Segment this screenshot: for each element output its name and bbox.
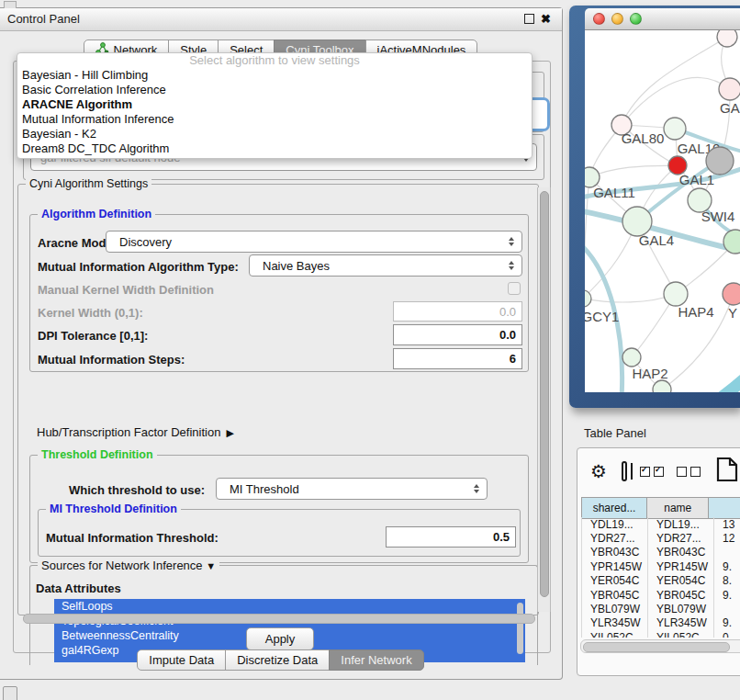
table-cell: YBR045C bbox=[648, 588, 714, 602]
zoom-traffic-light-icon[interactable] bbox=[630, 13, 642, 25]
minimize-traffic-light-icon[interactable] bbox=[611, 13, 623, 25]
dpi-tolerance-field[interactable]: 0.0 bbox=[393, 324, 522, 345]
network-node[interactable] bbox=[653, 380, 671, 392]
table-row[interactable]: YIL052CYIL052C0. bbox=[582, 630, 740, 638]
collapsed-panel-button[interactable] bbox=[3, 686, 17, 700]
node-label: GAL11 bbox=[593, 185, 635, 200]
node-table-header: shared...name bbox=[581, 497, 740, 519]
apply-button[interactable]: Apply bbox=[246, 627, 314, 650]
dropdown-item[interactable]: Dream8 DC_TDC Algorithm bbox=[17, 141, 532, 156]
table-cell bbox=[714, 602, 740, 615]
control-panel-titlebar: Control Panel ✖ bbox=[0, 8, 562, 31]
node-label: GCY1 bbox=[585, 309, 619, 324]
table-cell: YBR043C bbox=[648, 546, 714, 559]
mi-threshold-field[interactable]: 0.5 bbox=[386, 526, 516, 548]
table-cell: YBR043C bbox=[582, 546, 648, 559]
data-attributes-label: Data Attributes bbox=[36, 581, 121, 595]
table-horizontal-scrollbar[interactable] bbox=[580, 639, 740, 653]
network-node-gcy1[interactable] bbox=[585, 290, 591, 307]
network-canvas[interactable]: GALGAL80GAL10GAL1GAL11SWI4GAL4GCY1HAP4YH… bbox=[585, 30, 740, 392]
table-cell: YIL052C bbox=[648, 630, 714, 638]
table-row[interactable]: YBR043CYBR043C bbox=[582, 546, 740, 559]
node-label: HAP4 bbox=[678, 304, 713, 320]
table-cell: 9. bbox=[714, 588, 740, 602]
cyni-settings-groupbox: Cyni Algorithm Settings Algorithm Defini… bbox=[17, 184, 539, 615]
table-row[interactable]: YLR345WYLR345W9. bbox=[582, 616, 740, 630]
network-edge bbox=[622, 37, 727, 125]
table-toolbar: ⚙ bbox=[577, 454, 740, 489]
manual-kernel-checkbox[interactable] bbox=[508, 282, 521, 295]
dropdown-item[interactable]: Mutual Information Inference bbox=[17, 112, 532, 127]
hub-definition-expander[interactable]: Hub/Transcription Factor Definition▶ bbox=[37, 425, 234, 439]
table-row[interactable]: YDR27...YDR27...12 bbox=[582, 531, 740, 545]
combo-arrows-icon bbox=[501, 237, 521, 246]
table-row[interactable]: YPR145WYPR145W9. bbox=[582, 559, 740, 573]
kernel-width-label: Kernel Width (0,1): bbox=[38, 306, 143, 320]
deselect-all-checks-icon[interactable] bbox=[677, 467, 701, 477]
columns-icon[interactable] bbox=[622, 461, 627, 481]
table-cell: 0. bbox=[714, 630, 740, 638]
combo-arrows-icon bbox=[466, 484, 487, 493]
table-cell: YER054C bbox=[648, 574, 714, 588]
network-node-gal1[interactable] bbox=[706, 147, 734, 175]
table-cell: YDL19... bbox=[582, 517, 648, 531]
list-scrollbar-thumb[interactable] bbox=[517, 603, 523, 654]
expand-down-icon[interactable]: ▼ bbox=[206, 560, 216, 571]
mi-steps-field[interactable]: 6 bbox=[393, 348, 522, 369]
table-row[interactable]: YBL079WYBL079W bbox=[582, 602, 740, 615]
tab-label: Discretize Data bbox=[237, 653, 318, 667]
tab-impute-data[interactable]: Impute Data bbox=[137, 649, 226, 671]
dropdown-item[interactable]: Bayesian - Hill Climbing bbox=[17, 68, 532, 83]
bottom-tab-bar: Impute DataDiscretize DataInfer Network bbox=[0, 649, 562, 671]
network-node-gal10[interactable] bbox=[664, 118, 686, 140]
mi-type-label: Mutual Information Algorithm Type: bbox=[38, 260, 239, 274]
table-row[interactable]: YER054CYER054C8. bbox=[582, 574, 740, 588]
dropdown-item[interactable]: Bayesian - K2 bbox=[17, 127, 532, 141]
table-cell: 9. bbox=[714, 616, 740, 630]
mi-steps-label: Mutual Information Steps: bbox=[38, 353, 185, 367]
tab-label: Infer Network bbox=[341, 653, 411, 667]
table-row[interactable]: YBR045CYBR045C9. bbox=[582, 588, 740, 602]
scrollbar-thumb[interactable] bbox=[583, 642, 730, 652]
select-all-checks-icon[interactable] bbox=[640, 467, 664, 477]
column-header[interactable] bbox=[709, 498, 740, 519]
table-cell: YLR345W bbox=[648, 616, 714, 630]
tab-infer-network[interactable]: Infer Network bbox=[329, 649, 423, 671]
node-label: SWI4 bbox=[701, 209, 735, 224]
column-header[interactable]: name bbox=[647, 498, 709, 519]
data-attribute-item[interactable]: SelfLoops bbox=[54, 599, 525, 614]
algorithm-definition-groupbox: Algorithm Definition Aracne Mode: Discov… bbox=[29, 214, 529, 372]
table-cell: YDR27... bbox=[648, 531, 714, 545]
dropdown-item[interactable]: Basic Correlation Inference bbox=[17, 83, 532, 97]
close-traffic-light-icon[interactable] bbox=[593, 13, 605, 25]
table-row[interactable]: YDL19...YDL19...13 bbox=[582, 517, 740, 531]
mi-type-combo[interactable]: Naive Bayes bbox=[249, 254, 522, 277]
which-threshold-combo[interactable]: MI Threshold bbox=[216, 478, 488, 500]
close-icon[interactable]: ✖ bbox=[541, 12, 551, 26]
network-node-y[interactable] bbox=[723, 283, 740, 305]
network-edge bbox=[589, 165, 678, 177]
network-node-hap4[interactable] bbox=[664, 282, 688, 306]
network-node[interactable] bbox=[717, 30, 737, 47]
settings-horizontal-scrollbar[interactable] bbox=[23, 614, 535, 624]
dropdown-prompt: Select algorithm to view settings bbox=[17, 53, 532, 68]
gear-icon[interactable]: ⚙ bbox=[590, 460, 607, 482]
network-window-titlebar[interactable] bbox=[585, 8, 740, 30]
mi-threshold-groupbox: MI Threshold Definition Mutual Informati… bbox=[38, 509, 521, 557]
network-node-gal[interactable] bbox=[719, 78, 740, 100]
table-cell: YDL19... bbox=[648, 517, 714, 531]
dropdown-item[interactable]: ARACNE Algorithm bbox=[17, 97, 532, 112]
network-node-hap2[interactable] bbox=[622, 348, 641, 367]
scrollbar-thumb[interactable] bbox=[540, 191, 549, 597]
aracne-mode-combo[interactable]: Discovery bbox=[106, 231, 522, 253]
document-icon[interactable] bbox=[715, 457, 740, 486]
network-edge bbox=[684, 368, 740, 392]
node-label: HAP2 bbox=[632, 366, 667, 381]
settings-vertical-scrollbar[interactable] bbox=[537, 187, 551, 612]
table-cell: YLR345W bbox=[582, 616, 648, 630]
column-header[interactable]: shared... bbox=[582, 498, 647, 519]
float-window-icon[interactable] bbox=[524, 14, 534, 24]
table-cell: YPR145W bbox=[582, 559, 648, 573]
tab-discretize-data[interactable]: Discretize Data bbox=[225, 649, 330, 671]
kernel-width-field[interactable]: 0.0 bbox=[393, 301, 522, 322]
